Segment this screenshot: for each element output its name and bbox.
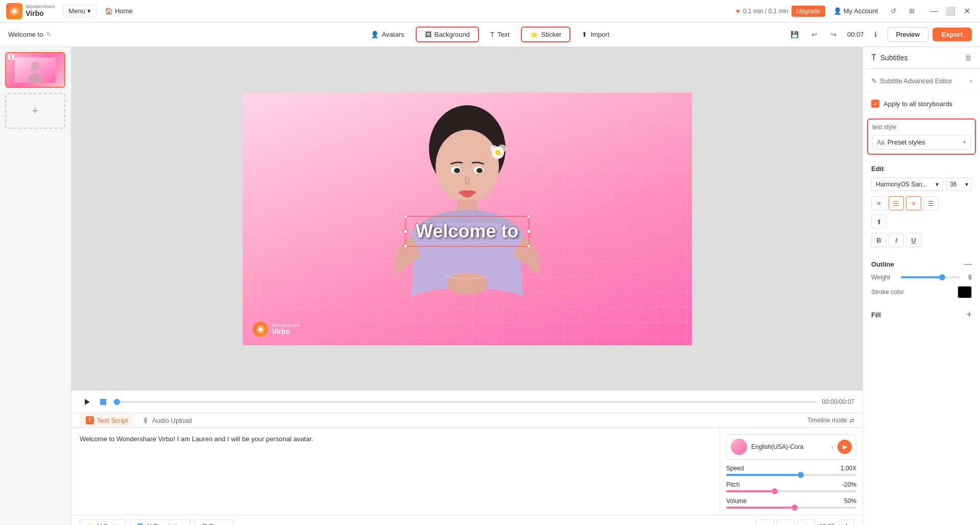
- export-button[interactable]: Export: [933, 28, 972, 41]
- voice-name: English(USA)-Cora: [751, 443, 827, 450]
- timeline-mode-toggle[interactable]: Timeline mode ⇄: [807, 417, 854, 424]
- font-size-select[interactable]: 36 ▾: [946, 178, 972, 191]
- timeline-thumb[interactable]: [114, 399, 120, 405]
- sticker-tab[interactable]: ⭐ Sticker: [521, 27, 571, 42]
- delete-icon[interactable]: 🗑: [965, 54, 972, 62]
- voice-selector[interactable]: English(USA)-Cora › ▶: [726, 434, 856, 460]
- weight-thumb[interactable]: [939, 274, 945, 280]
- pencil-icon: ✎: [871, 77, 877, 85]
- avatars-tab[interactable]: 👤 Avatars: [362, 27, 414, 42]
- weight-slider[interactable]: [901, 276, 960, 278]
- play-button[interactable]: [80, 395, 94, 409]
- script-magic-icon[interactable]: ✦: [797, 519, 815, 525]
- maximize-button[interactable]: ⬜: [943, 4, 958, 18]
- volume-fill: [726, 507, 792, 509]
- script-redo-icon[interactable]: ↪: [776, 519, 795, 525]
- save-icon[interactable]: 💾: [787, 27, 802, 42]
- text-tab[interactable]: T Text: [481, 27, 519, 42]
- handle-tl[interactable]: [403, 214, 408, 219]
- redo-icon[interactable]: ↪: [826, 27, 841, 42]
- svg-point-15: [454, 168, 460, 173]
- pitch-thumb[interactable]: [772, 488, 778, 494]
- time-counter: 00:00/00:07: [822, 398, 854, 405]
- upgrade-button[interactable]: Upgrade: [792, 6, 825, 17]
- storyboard-add-button[interactable]: +: [5, 93, 65, 129]
- stroke-row: Stroke color: [871, 286, 972, 298]
- volume-thumb[interactable]: [792, 505, 798, 511]
- speed-slider[interactable]: [726, 474, 856, 476]
- size-chevron-icon: ▾: [965, 181, 968, 188]
- text-script-tab[interactable]: T Text Script: [80, 413, 134, 427]
- advanced-editor-section: ✎ Subtitle Advanced Editor ›: [863, 69, 980, 93]
- script-action-icons: ↩ ↪ ✦: [756, 519, 815, 525]
- fill-add-button[interactable]: +: [966, 309, 972, 320]
- ai-script-button[interactable]: ✨ AI Script: [80, 519, 126, 525]
- logo-icon: [6, 3, 22, 19]
- script-info-icon[interactable]: ℹ: [839, 519, 854, 525]
- voice-play-button[interactable]: ▶: [838, 440, 852, 454]
- watermark: Wondershare Virbo: [253, 322, 300, 337]
- menu-button[interactable]: Menu ▾: [63, 5, 97, 17]
- watermark-logo: [253, 322, 268, 337]
- import-tab[interactable]: ⬆ Import: [572, 27, 618, 42]
- outline-collapse-button[interactable]: —: [964, 259, 972, 269]
- background-tab[interactable]: 🖼 Background: [416, 27, 479, 42]
- align-top-button[interactable]: ⬆: [871, 214, 887, 229]
- script-text-area[interactable]: Welcome to Wondershare Virbo! I am Laure…: [71, 428, 720, 515]
- underline-button[interactable]: U: [906, 233, 921, 247]
- font-size: 36: [950, 181, 957, 188]
- ai-translation-label: AI Translation: [146, 523, 183, 525]
- advanced-editor-link[interactable]: ✎ Subtitle Advanced Editor ›: [871, 75, 972, 87]
- align-left-button[interactable]: ≡: [871, 196, 887, 210]
- script-bottom-bar: ✨ AI Script 🌐 AI Translation ⏱ Pause ↩ ↪…: [71, 515, 863, 525]
- main-content: 1 +: [0, 47, 980, 525]
- import-label: Import: [590, 31, 609, 38]
- italic-button[interactable]: I: [889, 233, 904, 247]
- app-logo: Wondershare Virbo: [6, 3, 55, 19]
- handle-mr[interactable]: [527, 229, 531, 233]
- speed-param: Speed 1.00X: [726, 465, 856, 476]
- storyboard-thumb-1: [6, 53, 64, 87]
- fill-section: Fill +: [863, 309, 980, 326]
- time-display: 00:07: [847, 31, 864, 38]
- undo-icon[interactable]: ↩: [806, 27, 822, 42]
- ai-translation-button[interactable]: 🌐 AI Translation: [130, 519, 190, 525]
- script-undo-icon[interactable]: ↩: [756, 519, 774, 525]
- home-button[interactable]: 🏠 Home: [105, 7, 133, 15]
- fill-header: Fill +: [871, 309, 972, 320]
- handle-ml[interactable]: [403, 229, 408, 233]
- close-button[interactable]: ✕: [960, 4, 974, 18]
- account-button[interactable]: 👤 My Account: [833, 7, 878, 15]
- speed-thumb[interactable]: [798, 472, 804, 478]
- apply-all-checkbox[interactable]: ✓: [871, 100, 879, 108]
- preset-styles-arrow: ▾: [963, 139, 966, 146]
- bold-button[interactable]: B: [871, 233, 887, 247]
- time-info-icon[interactable]: ℹ: [868, 27, 883, 42]
- pause-button[interactable]: ⏱ Pause: [195, 519, 233, 525]
- apply-all-checkbox-row[interactable]: ✓ Apply to all storyboards: [871, 100, 972, 108]
- sticker-icon: ⭐: [530, 31, 538, 38]
- pitch-slider[interactable]: [726, 490, 856, 492]
- text-label: Text: [497, 31, 510, 38]
- grid-icon[interactable]: ⊞: [904, 4, 919, 18]
- audio-upload-tab[interactable]: 🎙 Audio Upload: [136, 414, 198, 427]
- stroke-color-swatch[interactable]: [958, 286, 972, 298]
- font-family-select[interactable]: HarmonyOS San... ▾: [871, 178, 943, 191]
- volume-slider[interactable]: [726, 507, 856, 509]
- volume-param: Volume 50%: [726, 497, 856, 509]
- timeline-progress[interactable]: [112, 401, 816, 403]
- preview-button[interactable]: Preview: [888, 27, 928, 42]
- align-center-button[interactable]: ☰: [889, 196, 904, 210]
- edit-title-icon[interactable]: ✎: [46, 31, 52, 38]
- preset-styles-row[interactable]: Aa Preset styles ▾: [872, 135, 971, 150]
- align-justify-button[interactable]: ☰: [923, 196, 939, 210]
- handle-bl[interactable]: [403, 244, 408, 248]
- minimize-button[interactable]: —: [927, 4, 941, 18]
- text-overlay[interactable]: Welcome to: [405, 216, 529, 247]
- storyboard-item-1[interactable]: 1: [5, 52, 65, 88]
- align-right-button[interactable]: ≡: [906, 196, 921, 210]
- fill-title: Fill: [871, 311, 881, 319]
- text-script-icon: T: [86, 416, 94, 424]
- refresh-icon[interactable]: ↺: [886, 4, 900, 18]
- topbar-utility-icons: ↺ ⊞: [886, 4, 919, 18]
